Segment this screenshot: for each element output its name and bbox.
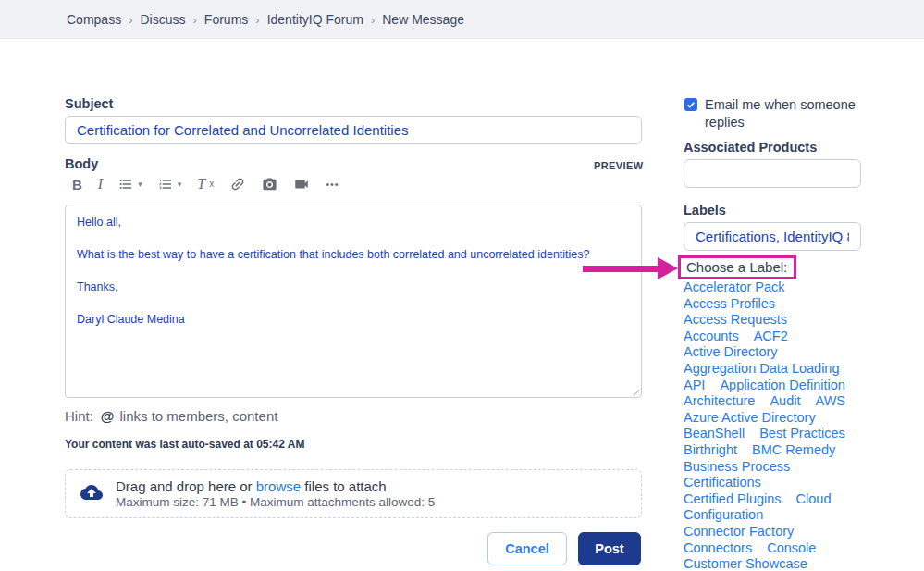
label-link[interactable]: BMC Remedy [752,442,835,459]
numbered-list-caret-icon[interactable]: ▾ [178,180,182,189]
top-bar: Compass › Discuss › Forums › IdentityIQ … [0,0,924,39]
action-buttons: Cancel Post [487,532,641,565]
breadcrumb-separator: › [193,13,197,27]
label-link[interactable]: ACF2 [754,329,788,345]
body-editor[interactable]: Hello all, What is the best way to have … [65,205,642,398]
label-link[interactable]: Cloud [796,491,832,508]
associated-products-input[interactable] [684,159,861,188]
editor-hint: Hint:@links to members, content [65,408,277,424]
bullet-list-caret-icon[interactable]: ▾ [138,180,142,189]
link-icon [226,172,249,195]
choose-a-label-heading: Choose a Label: [678,255,796,279]
breadcrumb-link[interactable]: Compass [67,12,121,27]
attach-instruction: Drag and drop here or browse files to at… [116,478,435,494]
label-link[interactable]: Active Directory [684,344,778,361]
italic-button[interactable]: I [98,177,103,192]
labels-input[interactable] [684,222,861,251]
label-link-list: Accelerator Pack Access Profiles Access … [684,279,867,571]
insert-video-button[interactable] [293,176,310,192]
label-link[interactable]: Best Practices [759,426,845,442]
cloud-upload-icon [79,481,105,507]
label-link[interactable]: Accelerator Pack [684,279,785,296]
breadcrumb: Compass › Discuss › Forums › IdentityIQ … [67,0,464,39]
bold-button[interactable]: B [72,178,82,192]
label-link[interactable]: Console [767,540,816,557]
attach-limits: Maximum size: 71 MB • Maximum attachment… [116,495,435,509]
email-replies-label[interactable]: Email me when someone replies [705,96,864,130]
cancel-button[interactable]: Cancel [487,532,567,565]
labels-label: Labels [684,203,726,217]
label-link[interactable]: AWS [816,393,846,410]
label-link[interactable]: Connector Factory [684,524,794,540]
label-link[interactable]: Customer Showcase [684,556,807,571]
insert-photo-button[interactable] [262,177,277,192]
label-link[interactable]: Aggregation Data Loading [684,361,840,378]
label-link[interactable]: Access Requests [684,312,787,329]
insert-link-button[interactable] [229,176,246,192]
camera-icon [262,177,277,192]
annotation-arrow-head-icon [658,257,678,279]
more-options-button[interactable]: ••• [326,180,339,190]
video-camera-icon [293,176,310,192]
breadcrumb-link[interactable]: IdentityIQ Forum [267,12,363,27]
label-link[interactable]: Business Process [684,459,790,476]
label-link[interactable]: Audit [770,393,800,410]
label-link[interactable]: Access Profiles [684,296,775,313]
breadcrumb-item: Forums › [204,12,267,27]
clear-formatting-button[interactable]: Tx [197,177,214,192]
breadcrumb-item: Discuss › [140,12,203,27]
autosave-status: Your content was last auto-saved at 05:4… [65,438,304,451]
bullet-list-button[interactable]: ▾ [118,177,142,192]
editor-toolbar: B I ▾ ▾ Tx ••• [72,174,339,194]
label-link[interactable]: Azure Active Directory [684,410,816,427]
checkmark-icon [686,100,696,109]
label-link[interactable]: Birthright [684,442,737,459]
label-link[interactable]: Configuration [684,507,763,524]
numbered-list-icon [158,177,173,192]
post-button[interactable]: Post [578,532,641,565]
attachment-dropzone[interactable]: Drag and drop here or browse files to at… [65,469,642,518]
breadcrumb-link[interactable]: Discuss [140,12,185,27]
subject-label: Subject [65,96,113,111]
numbered-list-button[interactable]: ▾ [158,177,182,192]
breadcrumb-item: IdentityIQ Forum › [267,12,383,27]
associated-products-label: Associated Products [684,140,817,155]
label-link[interactable]: Application Definition [720,378,844,394]
label-link[interactable]: Certified Plugins [684,491,782,508]
breadcrumb-item: Compass › [67,12,140,27]
label-link[interactable]: Accounts [684,329,739,345]
label-link[interactable]: Architecture [684,393,755,410]
body-label: Body [65,156,98,171]
breadcrumb-separator: › [255,13,259,27]
email-replies-checkbox[interactable] [684,98,697,111]
preview-button[interactable]: PREVIEW [594,160,644,171]
breadcrumb-separator: › [371,13,375,27]
breadcrumb-separator: › [129,13,132,27]
subject-input[interactable] [65,116,642,144]
breadcrumb-link[interactable]: New Message [382,12,464,27]
breadcrumb-item: New Message [382,12,464,27]
browse-link[interactable]: browse [256,478,301,494]
label-link[interactable]: Certifications [684,475,761,491]
label-link[interactable]: API [684,378,705,394]
breadcrumb-link[interactable]: Forums [204,12,248,27]
annotation-arrow-shaft [583,266,660,272]
label-link[interactable]: BeanShell [684,426,745,442]
bullet-list-icon [118,177,133,192]
label-link[interactable]: Connectors [684,540,752,557]
